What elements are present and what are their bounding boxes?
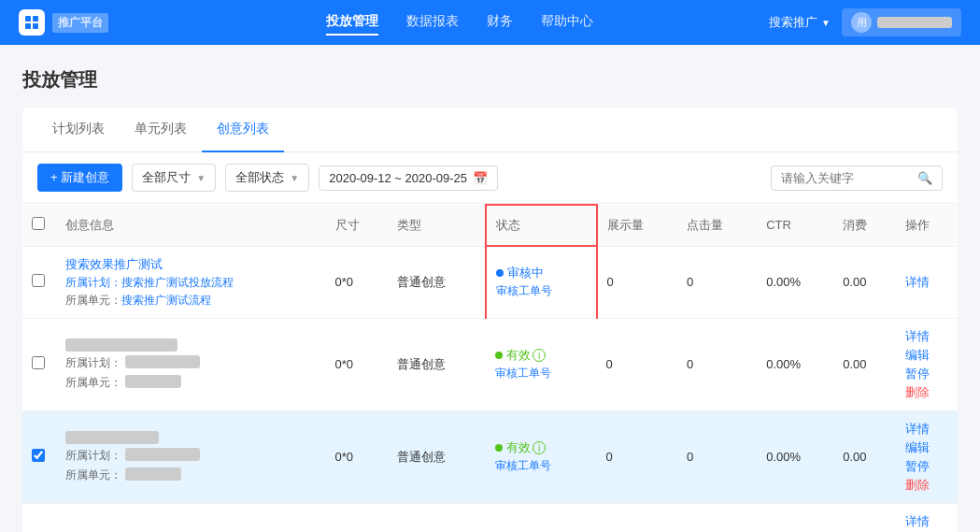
row4-size: 0*0 xyxy=(326,503,388,532)
table-row: 所属计划： 所属单元： 0*0 普通创意 xyxy=(22,410,958,503)
table-row: 搜索效果推广测试 所属计划：搜索推广测试投放流程 所属单元：搜索推广测试流程 0… xyxy=(22,246,958,318)
row3-ctr: 0.00% xyxy=(757,410,833,503)
logo-icon xyxy=(19,9,45,36)
row1-impressions: 0 xyxy=(597,246,678,318)
row2-info-icon[interactable]: i xyxy=(533,349,546,362)
table-header-row: 创意信息 尺寸 类型 状态 展示量 点击量 CTR 消费 操作 xyxy=(22,205,958,246)
row2-status: 有效 i 审核工单号 xyxy=(486,318,596,410)
select-all-checkbox[interactable] xyxy=(32,217,45,230)
row2-checkbox[interactable] xyxy=(32,356,45,369)
row2-unit-blurred: 所属单元： xyxy=(65,375,317,391)
row3-detail-link[interactable]: 详情 xyxy=(905,421,948,438)
row3-status-dot xyxy=(495,444,503,452)
row3-status: 有效 i 审核工单号 xyxy=(486,410,596,503)
search-input[interactable] xyxy=(781,171,912,185)
row3-delete-link[interactable]: 删除 xyxy=(905,477,948,494)
th-ctr: CTR xyxy=(757,205,833,246)
row4-clicks: 0 xyxy=(677,503,757,532)
row1-unit: 所属单元：搜索推广测试流程 xyxy=(65,293,317,309)
row1-size: 0*0 xyxy=(326,246,388,318)
search-icon[interactable]: 🔍 xyxy=(917,171,932,185)
size-select-label: 全部尺寸 xyxy=(142,169,191,186)
avatar: 用 xyxy=(851,12,872,33)
row2-status-dot xyxy=(495,352,503,359)
row1-detail-link[interactable]: 详情 xyxy=(905,274,948,291)
svg-rect-3 xyxy=(33,23,38,29)
creative-table: 创意信息 尺寸 类型 状态 展示量 点击量 CTR 消费 操作 xyxy=(22,204,958,532)
row3-creative-title-blurred xyxy=(65,431,159,444)
status-chevron-icon: ▼ xyxy=(290,173,299,183)
page-title: 投放管理 xyxy=(22,67,958,93)
row1-creative-info: 搜索效果推广测试 所属计划：搜索推广测试投放流程 所属单元：搜索推广测试流程 xyxy=(56,246,326,318)
row3-cost: 0.00 xyxy=(833,410,895,503)
row2-detail-link[interactable]: 详情 xyxy=(905,328,948,345)
row1-checkbox[interactable] xyxy=(32,274,45,287)
row4-status: 有效 i 审核工单号 xyxy=(486,503,596,532)
row3-status-label: 有效 i xyxy=(495,439,546,456)
row4-cost: 0.00 xyxy=(833,503,895,532)
nav-right: 搜索推广 ▼ 用 xyxy=(769,8,961,36)
row2-edit-link[interactable]: 编辑 xyxy=(905,347,948,364)
row4-creative-info: 所属计划： 所属单元： xyxy=(56,503,326,532)
calendar-icon: 📅 xyxy=(473,171,488,185)
row4-checkbox-cell xyxy=(22,503,56,532)
nav-link-finance[interactable]: 财务 xyxy=(487,9,513,36)
status-select-label: 全部状态 xyxy=(235,169,284,186)
row4-detail-link[interactable]: 详情 xyxy=(905,513,948,530)
row2-type: 普通创意 xyxy=(388,318,486,410)
row3-checkbox[interactable] xyxy=(32,449,45,462)
row2-review-no[interactable]: 审核工单号 xyxy=(495,366,551,381)
table-row: 所属计划： 所属单元： 0*0 普通创意 xyxy=(22,503,958,532)
row2-actions: 详情 编辑 暂停 删除 xyxy=(896,318,958,410)
chevron-down-icon: ▼ xyxy=(821,18,831,28)
tab-creative-list[interactable]: 创意列表 xyxy=(202,108,284,152)
th-creative-info: 创意信息 xyxy=(56,205,326,246)
size-select[interactable]: 全部尺寸 ▼ xyxy=(132,164,216,192)
row3-impressions: 0 xyxy=(597,410,678,503)
row1-creative-title[interactable]: 搜索效果推广测试 xyxy=(65,256,317,273)
row1-status-label: 审核中 xyxy=(496,265,544,281)
row2-creative-title-blurred xyxy=(65,338,178,352)
row2-plan-blurred: 所属计划： xyxy=(65,355,317,371)
row1-unit-link[interactable]: 搜索推广测试流程 xyxy=(121,294,211,307)
row1-review-no[interactable]: 审核工单号 xyxy=(496,283,552,299)
row3-plan-blurred: 所属计划： xyxy=(65,448,317,464)
row3-plan-text-blurred xyxy=(125,448,200,461)
status-select[interactable]: 全部状态 ▼ xyxy=(225,164,309,192)
row2-ctr: 0.00% xyxy=(757,318,833,410)
th-impressions: 展示量 xyxy=(597,205,678,246)
th-status: 状态 xyxy=(486,205,596,246)
toolbar: + 新建创意 全部尺寸 ▼ 全部状态 ▼ 2020-09-12 ~ 2020-0… xyxy=(22,152,958,204)
date-range-picker[interactable]: 2020-09-12 ~ 2020-09-25 📅 xyxy=(319,165,498,191)
row1-plan[interactable]: 所属计划：搜索推广测试投放流程 xyxy=(65,275,317,291)
row3-info-icon[interactable]: i xyxy=(533,441,546,454)
top-navigation: 推广平台 投放管理 数据报表 财务 帮助中心 搜索推广 ▼ 用 xyxy=(0,0,980,45)
nav-link-help[interactable]: 帮助中心 xyxy=(541,9,593,36)
table-row: 所属计划： 所属单元： 0*0 普通创意 xyxy=(22,318,958,410)
add-creative-button[interactable]: + 新建创意 xyxy=(37,164,122,192)
row1-status: 审核中 审核工单号 xyxy=(486,246,596,318)
row2-impressions: 0 xyxy=(597,318,678,410)
row1-type: 普通创意 xyxy=(388,246,486,318)
page-container: 投放管理 计划列表 单元列表 创意列表 + 新建创意 全部尺寸 ▼ 全部状态 ▼… xyxy=(0,45,980,532)
tab-unit-list[interactable]: 单元列表 xyxy=(120,108,202,152)
row3-pause-link[interactable]: 暂停 xyxy=(905,458,948,475)
row4-actions: 详情 编辑 暂停 删除 xyxy=(896,503,958,532)
row1-status-dot xyxy=(496,269,504,277)
row4-ctr: 0.00% xyxy=(757,503,833,532)
search-promo-dropdown[interactable]: 搜索推广 ▼ xyxy=(769,14,831,31)
nav-link-ad-management[interactable]: 投放管理 xyxy=(326,9,378,36)
row2-pause-link[interactable]: 暂停 xyxy=(905,366,948,382)
th-clicks: 点击量 xyxy=(677,205,757,246)
logo[interactable]: 推广平台 xyxy=(19,9,149,36)
row3-review-no[interactable]: 审核工单号 xyxy=(495,458,551,474)
tabs-container: 计划列表 单元列表 创意列表 xyxy=(22,108,958,152)
svg-rect-2 xyxy=(25,23,31,29)
row2-checkbox-cell xyxy=(22,318,56,410)
row2-clicks: 0 xyxy=(677,318,757,410)
account-info[interactable]: 用 xyxy=(842,8,961,36)
row2-delete-link[interactable]: 删除 xyxy=(905,384,948,401)
tab-plan-list[interactable]: 计划列表 xyxy=(37,108,120,152)
row3-edit-link[interactable]: 编辑 xyxy=(905,439,948,456)
nav-link-data-report[interactable]: 数据报表 xyxy=(406,9,459,36)
